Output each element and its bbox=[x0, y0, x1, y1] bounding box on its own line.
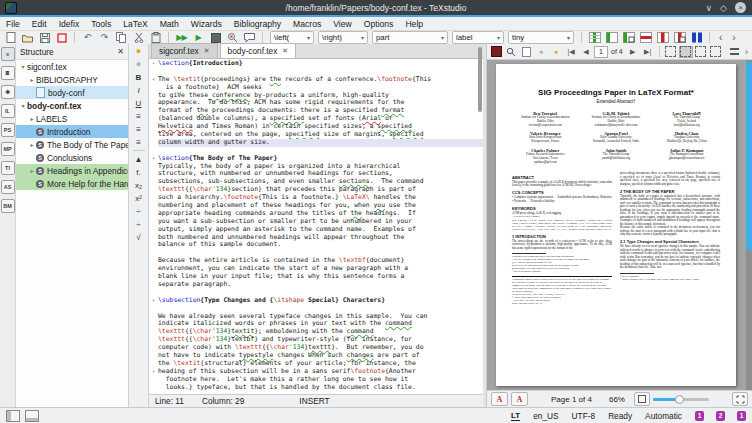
structure-tab-icon[interactable]: ≡ bbox=[1, 47, 15, 61]
close-document-icon[interactable] bbox=[54, 32, 69, 44]
structure-item-more-help-for-the-hardy[interactable]: SMore Help for the Hardy bbox=[16, 177, 128, 190]
pdf-scrollbar[interactable] bbox=[746, 60, 752, 390]
fold-marker-icon[interactable]: ▾ bbox=[149, 297, 158, 305]
structure-item-body-conf[interactable]: body-conf bbox=[16, 86, 128, 99]
tree-expander-icon[interactable]: ▸ bbox=[28, 167, 36, 174]
menu-math[interactable]: Math bbox=[154, 19, 185, 29]
tab-close-icon[interactable]: ✕ bbox=[282, 47, 288, 55]
todo-dot-icon[interactable]: ● bbox=[132, 45, 146, 57]
fit-text-width-icon[interactable] bbox=[709, 46, 723, 58]
zoom-slider[interactable] bbox=[653, 398, 709, 401]
add-table-column-icon[interactable] bbox=[587, 32, 602, 44]
next-page-icon[interactable]: ▶ bbox=[626, 46, 640, 58]
structure-item-sigconf-tex[interactable]: ▾sigconf.tex bbox=[16, 60, 128, 73]
menu-edit[interactable]: Edit bbox=[26, 19, 53, 29]
editor-line[interactable]: separate paragraph. bbox=[149, 281, 483, 289]
fit-page-icon[interactable] bbox=[679, 46, 693, 58]
menu-wizards[interactable]: Wizards bbox=[185, 19, 228, 29]
editor-scrollbar[interactable] bbox=[478, 47, 482, 112]
encoding-indicator[interactable]: UTF-8 bbox=[572, 411, 596, 421]
sync-backward-icon[interactable]: ● bbox=[534, 46, 548, 58]
tab-body-conf-tex[interactable]: body-conf.tex✕ bbox=[220, 43, 297, 58]
underline-icon[interactable]: U bbox=[132, 97, 146, 109]
remove-table-column-icon[interactable] bbox=[655, 32, 670, 44]
sqrt-icon[interactable]: √ bbox=[132, 231, 146, 243]
function-icon[interactable]: f. bbox=[132, 166, 146, 178]
editor-line[interactable]: looks.} typeface, but that is handled by… bbox=[149, 384, 483, 392]
fold-marker-icon[interactable]: ▾ bbox=[149, 60, 158, 68]
structure-item-bibliography[interactable]: ▸BIBLIOGRAPHY bbox=[16, 73, 128, 86]
align-left-icon[interactable]: ≡ bbox=[132, 110, 146, 122]
tree-expander-icon[interactable]: ▸ bbox=[28, 141, 36, 148]
toggle-bottompanel-icon[interactable] bbox=[25, 410, 39, 422]
minimize-icon[interactable]: ∨ bbox=[705, 3, 712, 13]
mark-dot-icon[interactable]: ● bbox=[132, 58, 146, 70]
view-log-icon[interactable] bbox=[225, 32, 240, 44]
tab-close-icon[interactable]: ✕ bbox=[204, 47, 210, 55]
fraction-alt-icon[interactable]: ÷ bbox=[132, 218, 146, 230]
structure-item-conclusions[interactable]: SConclusions bbox=[16, 151, 128, 164]
menu-options[interactable]: Options bbox=[358, 19, 400, 29]
menu-macros[interactable]: Macros bbox=[287, 19, 327, 29]
fit-window-icon[interactable] bbox=[664, 46, 678, 58]
maximize-icon[interactable]: ◇ bbox=[720, 3, 727, 13]
pdf-search-icon[interactable] bbox=[504, 46, 518, 58]
structure-item-introduction[interactable]: SIntroduction bbox=[16, 125, 128, 138]
sync-forward-icon[interactable]: ● bbox=[549, 46, 563, 58]
subscript-icon[interactable]: x₂ bbox=[132, 179, 146, 191]
page-number-input[interactable]: 1 bbox=[594, 46, 608, 58]
log-badge-icon[interactable]: 1 bbox=[737, 411, 746, 421]
fontsize-combo[interactable]: tiny▾ bbox=[508, 31, 574, 44]
build-and-view-icon[interactable]: ▶▶ bbox=[174, 32, 189, 44]
menu-help[interactable]: Help bbox=[399, 19, 429, 29]
bookmarks-tab-icon[interactable]: 🗏 bbox=[1, 66, 15, 80]
stop-compile-icon[interactable] bbox=[208, 32, 223, 44]
align-center-icon[interactable]: ≡ bbox=[132, 123, 146, 135]
structure-item-body-conf-tex[interactable]: ▾body-conf.tex bbox=[16, 99, 128, 112]
last-page-icon[interactable]: ▶| bbox=[641, 46, 655, 58]
tree-expander-icon[interactable]: ▾ bbox=[19, 102, 27, 109]
asymptote-tab-icon[interactable]: AS bbox=[1, 180, 15, 194]
zoom-original-icon[interactable] bbox=[634, 392, 650, 406]
metapost-tab-icon[interactable]: MP bbox=[1, 142, 15, 156]
tikz-tab-icon[interactable]: TI bbox=[1, 161, 15, 175]
pdf-canvas[interactable]: SIG Proceedings Paper in LaTeX Format* E… bbox=[487, 60, 752, 390]
pstricks-tab-icon[interactable]: PS bbox=[1, 123, 15, 137]
language-indicator[interactable]: en_US bbox=[533, 411, 558, 421]
tree-expander-icon[interactable]: ▸ bbox=[28, 115, 36, 122]
languagetool-indicator[interactable]: LT bbox=[511, 411, 520, 421]
tab-sigconf-tex[interactable]: sigconf.tex✕ bbox=[151, 43, 218, 58]
reference-combo[interactable]: label▾ bbox=[452, 31, 504, 44]
bold-icon[interactable]: B bbox=[132, 71, 146, 83]
open-folder-icon[interactable] bbox=[20, 32, 35, 44]
structure-item-headings-in-appendices[interactable]: ▸SHeadings in Appendices bbox=[16, 164, 128, 177]
toggle-sidepanel-icon[interactable] bbox=[6, 410, 20, 422]
editor-line[interactable]: ▾\subsection{Type Changes and {\itshape … bbox=[149, 297, 483, 305]
structure-item-labels[interactable]: ▸LABELS bbox=[16, 112, 128, 125]
align-right-icon[interactable]: ≡ bbox=[132, 136, 146, 148]
menu-file[interactable]: File bbox=[0, 19, 26, 29]
first-page-icon[interactable]: |◀ bbox=[564, 46, 578, 58]
align-table-columns-icon[interactable] bbox=[689, 32, 704, 44]
fullscreen-icon[interactable] bbox=[732, 392, 748, 406]
save-icon[interactable] bbox=[37, 32, 52, 44]
log-badge-icon[interactable]: 2 bbox=[716, 411, 725, 421]
pdf-panel-expand-icon[interactable]: › bbox=[745, 47, 748, 57]
tree-expander-icon[interactable]: ▾ bbox=[19, 63, 27, 70]
editor-line[interactable]: ▾\section{Introduction} bbox=[149, 60, 483, 68]
menu-idefix[interactable]: Idefix bbox=[53, 19, 86, 29]
symbols-tab-icon[interactable]: ✱ bbox=[1, 85, 15, 99]
italic-icon[interactable]: I bbox=[132, 84, 146, 96]
paste-icon[interactable] bbox=[148, 32, 163, 44]
pdf-menu-icon[interactable] bbox=[730, 48, 739, 55]
editor-line[interactable]: column width and gutter size. bbox=[149, 139, 483, 147]
menu-bibliography[interactable]: Bibliography bbox=[228, 19, 287, 29]
new-document-icon[interactable] bbox=[3, 32, 18, 44]
copy-icon[interactable] bbox=[114, 32, 129, 44]
code-editor[interactable]: ▾\section{Introduction}▾The \textit{proc… bbox=[149, 60, 483, 394]
comment-bubble-icon[interactable] bbox=[242, 32, 257, 44]
menu-latex[interactable]: LaTeX bbox=[117, 19, 153, 29]
paste-table-cell-icon[interactable] bbox=[621, 32, 636, 44]
fold-marker-icon[interactable]: ▾ bbox=[149, 155, 158, 163]
redo-icon[interactable]: ↷ bbox=[97, 32, 112, 44]
